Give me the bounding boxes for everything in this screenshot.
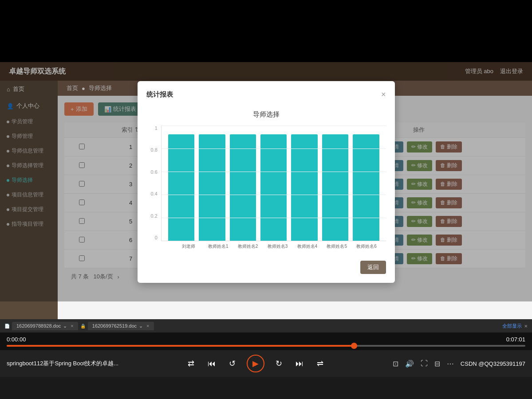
chart-container: 导师选择 1 0.8 0.6 0.4 0.2 0 <box>146 106 386 254</box>
subtitle-icon[interactable]: ⊡ <box>393 360 398 368</box>
x-label-3: 教师姓名3 <box>265 243 290 250</box>
bar-group-2 <box>230 134 256 241</box>
volume-icon[interactable]: 🔊 <box>405 360 414 368</box>
doc-tab-1-name: 1620699788928.doc <box>16 323 61 329</box>
fast-forward-button[interactable]: ↻ <box>273 356 284 371</box>
top-black-bar <box>0 0 532 62</box>
bar-group-6 <box>353 134 379 241</box>
y-label-02: 0.2 <box>151 213 158 219</box>
y-label-06: 0.6 <box>151 169 158 175</box>
chart-title: 导师选择 <box>146 110 386 119</box>
prev-button[interactable]: ⏮ <box>205 357 218 371</box>
bar-group-0 <box>168 134 194 241</box>
bar-group-4 <box>291 134 317 241</box>
x-label-0: 刘老师 <box>176 243 201 250</box>
bar-3 <box>260 134 287 241</box>
total-time: 0:07:01 <box>506 336 525 343</box>
doc-tab-1[interactable]: 1620699788928.doc ⌄ × <box>12 322 78 330</box>
doc-tabs: 📄 1620699788928.doc ⌄ × 🔒 1620699762519.… <box>0 319 532 332</box>
player-title: springboot112基于Spring Boot技术的卓越... <box>7 360 118 368</box>
player-bar-area: 📄 1620699788928.doc ⌄ × 🔒 1620699762519.… <box>0 319 532 399</box>
current-time: 0:00:00 <box>7 336 26 343</box>
bar-group-3 <box>260 134 287 241</box>
chart-wrapper: 1 0.8 0.6 0.4 0.2 0 <box>151 125 386 241</box>
doc-tab-1-close[interactable]: × <box>71 323 73 329</box>
chart-plot-area <box>161 125 386 241</box>
y-label-04: 0.4 <box>151 191 158 196</box>
x-labels: 刘老师 教师姓名1 教师姓名2 教师姓名3 教师姓名4 教师姓名5 教师姓名6 <box>169 241 386 250</box>
y-label-08: 0.8 <box>151 147 158 153</box>
cast-icon[interactable]: ⊟ <box>434 360 440 368</box>
modal-header: 统计报表 × <box>146 90 386 99</box>
doc-tab-1-arrow: ⌄ <box>63 323 67 329</box>
bar-group-1 <box>199 134 225 241</box>
stats-modal: 统计报表 × 导师选择 1 0.8 0.6 0.4 0.2 0 <box>138 81 395 283</box>
modal-overlay: 统计报表 × 导师选择 1 0.8 0.6 0.4 0.2 0 <box>0 62 532 301</box>
doc-tab-2-arrow: ⌄ <box>139 323 143 329</box>
x-label-5: 教师姓名5 <box>324 243 350 250</box>
bar-group-5 <box>322 134 348 241</box>
time-row: 0:00:00 0:07:01 <box>7 336 525 343</box>
progress-thumb[interactable] <box>351 343 357 349</box>
progress-track[interactable] <box>7 345 525 347</box>
doc-icon-2: 🔒 <box>80 324 86 329</box>
player-controls: springboot112基于Spring Boot技术的卓越... ⇄ ⏮ ↺… <box>0 350 532 377</box>
csdn-credit: CSDN @QQ3295391197 <box>461 360 525 367</box>
play-button[interactable]: ▶ <box>247 355 264 372</box>
progress-fill <box>7 345 354 347</box>
rewind-button[interactable]: ↺ <box>227 356 238 371</box>
y-axis: 1 0.8 0.6 0.4 0.2 0 <box>151 125 161 241</box>
doc-tab-2[interactable]: 1620699762519.doc ⌄ × <box>88 322 154 330</box>
bar-2 <box>230 134 256 241</box>
y-label-1: 1 <box>155 125 158 131</box>
controls-right: ⊡ 🔊 ⛶ ⊟ ⋯ CSDN @QQ3295391197 <box>393 360 525 368</box>
x-label-4: 教师姓名4 <box>295 243 320 250</box>
doc-tab-2-close[interactable]: × <box>146 323 149 329</box>
show-all-tabs[interactable]: 全部显示 <box>502 323 522 329</box>
repeat-button[interactable]: ⇌ <box>315 356 326 371</box>
bar-6 <box>353 134 379 241</box>
y-label-0: 0 <box>155 235 158 240</box>
bar-4 <box>291 134 317 241</box>
return-button[interactable]: 返回 <box>360 261 386 274</box>
controls-center: ⇄ ⏮ ↺ ▶ ↻ ⏭ ⇌ <box>185 355 326 372</box>
doc-tab-2-name: 1620699762519.doc <box>92 323 137 329</box>
next-button[interactable]: ⏭ <box>293 357 306 371</box>
x-label-1: 教师姓名1 <box>205 243 231 250</box>
bar-0 <box>168 134 194 241</box>
more-icon[interactable]: ⋯ <box>447 360 454 368</box>
progress-area: 0:00:00 0:07:01 <box>0 332 532 350</box>
modal-close-button[interactable]: × <box>381 90 386 99</box>
doc-icon-1: 📄 <box>4 324 10 329</box>
bar-5 <box>322 134 348 241</box>
modal-title: 统计报表 <box>146 90 173 99</box>
bar-1 <box>199 134 225 241</box>
bars-container <box>162 125 386 241</box>
x-label-2: 教师姓名2 <box>235 243 260 250</box>
x-label-6: 教师姓名6 <box>354 243 379 250</box>
modal-footer: 返回 <box>146 261 386 274</box>
fullscreen-icon[interactable]: ⛶ <box>421 360 428 368</box>
shuffle-button[interactable]: ⇄ <box>185 356 197 371</box>
close-all-tabs[interactable]: × <box>524 323 528 329</box>
